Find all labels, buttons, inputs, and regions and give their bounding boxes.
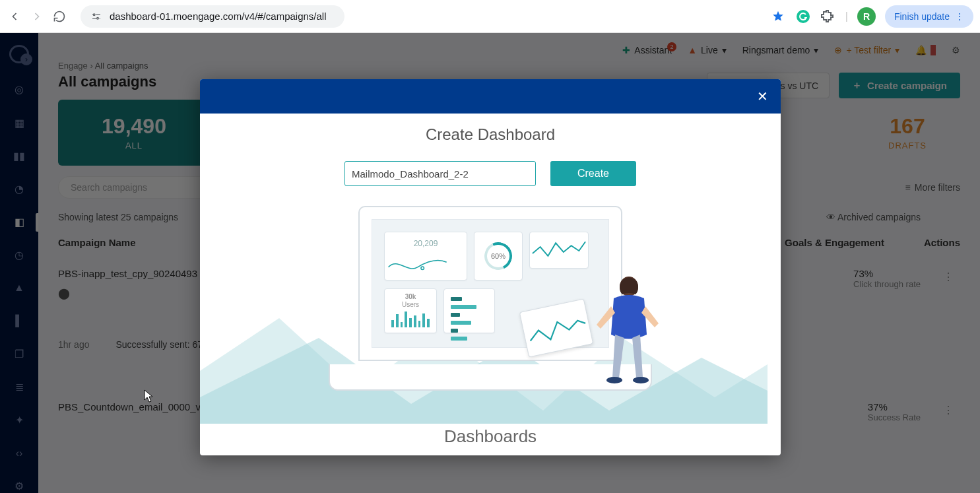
finish-update-label: Finish update xyxy=(894,11,950,22)
bars-value: 30k xyxy=(405,293,416,300)
laptop-graphic: 20,209 60% xyxy=(329,206,652,391)
back-icon[interactable] xyxy=(7,9,22,24)
app-root: › ◎ ▦ ▮▮ ◔ ◧ ◷ ▲ ▌ ❐ ≣ ✦ ‹› ⚙ ✚ Assistan… xyxy=(0,33,980,493)
modal-title: Create Dashboard xyxy=(200,125,781,144)
url-text: dashboard-01.moengage.com/v4/#/campaigns… xyxy=(110,11,327,22)
svg-point-6 xyxy=(633,377,649,383)
address-bar[interactable]: dashboard-01.moengage.com/v4/#/campaigns… xyxy=(81,5,344,28)
browser-toolbar: dashboard-01.moengage.com/v4/#/campaigns… xyxy=(0,0,980,33)
modal-form: Create xyxy=(200,161,781,186)
menu-dots-icon[interactable]: ⋮ xyxy=(955,11,964,22)
site-settings-icon[interactable] xyxy=(90,10,103,23)
close-icon[interactable]: ✕ xyxy=(753,87,771,106)
svg-point-1 xyxy=(97,17,99,19)
chrome-right-icons: | R Finish update ⋮ xyxy=(770,5,973,28)
create-button[interactable]: Create xyxy=(550,161,636,186)
dashboard-name-input[interactable] xyxy=(344,161,536,186)
mini-chart-line: 20,209 xyxy=(384,232,467,280)
reload-icon[interactable] xyxy=(51,9,67,24)
extensions-icon[interactable] xyxy=(820,9,836,24)
bookmark-star-icon[interactable] xyxy=(770,9,786,24)
svg-point-3 xyxy=(421,267,424,270)
mini-chart-number: 20,209 xyxy=(385,239,467,248)
mini-chart-hbars xyxy=(443,288,495,333)
donut-percent: 60% xyxy=(491,252,506,260)
modal-body: Create Dashboard Create 20,209 xyxy=(200,114,781,455)
svg-point-2 xyxy=(797,10,810,23)
forward-icon[interactable] xyxy=(29,9,45,24)
svg-point-0 xyxy=(93,14,95,16)
modal-illustration: 20,209 60% xyxy=(200,206,781,424)
mini-chart-spark xyxy=(529,232,589,269)
create-dashboard-modal: ✕ Create Dashboard Create xyxy=(200,79,781,455)
address-bar-area: dashboard-01.moengage.com/v4/#/campaigns… xyxy=(81,5,764,28)
modal-subtitle: Dashboards xyxy=(200,426,781,447)
svg-point-5 xyxy=(606,377,622,383)
modal-header: ✕ xyxy=(200,79,781,114)
grammarly-icon[interactable] xyxy=(795,9,811,24)
person-graphic xyxy=(593,272,665,404)
profile-avatar[interactable]: R xyxy=(857,7,876,26)
mini-chart-bars: 30k Users xyxy=(384,288,437,333)
bars-label: Users xyxy=(402,301,419,308)
finish-update-button[interactable]: Finish update ⋮ xyxy=(885,5,973,28)
mini-chart-donut: 60% xyxy=(474,232,523,280)
